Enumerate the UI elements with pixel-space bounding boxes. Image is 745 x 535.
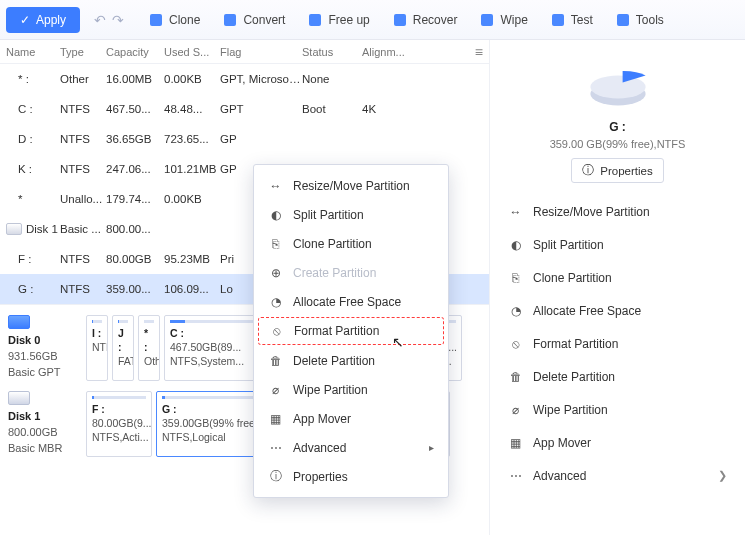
adv-icon: ⋯ xyxy=(268,440,283,455)
cell: K : xyxy=(6,163,60,175)
side-op-label: Wipe Partition xyxy=(533,403,608,417)
ctx-resize-move-partition[interactable]: ↔Resize/Move Partition xyxy=(254,171,448,200)
tools-icon xyxy=(615,12,631,28)
partition-block[interactable]: F :80.00GB(9...NTFS,Acti... xyxy=(86,391,152,457)
alloc-icon: ◔ xyxy=(268,294,283,309)
col-used[interactable]: Used S... xyxy=(164,46,220,58)
convert-icon xyxy=(222,12,238,28)
clone-icon xyxy=(148,12,164,28)
undo-icon[interactable]: ↶ xyxy=(94,12,106,28)
ctx-format-partition[interactable]: ⦸Format Partition xyxy=(258,317,444,345)
side-op-app-mover[interactable]: ▦App Mover xyxy=(500,428,735,457)
part-name: I : xyxy=(92,326,102,340)
cell: NTFS xyxy=(60,133,106,145)
tool-recover[interactable]: Recover xyxy=(390,8,460,32)
side-op-allocate-free-space[interactable]: ◔Allocate Free Space xyxy=(500,296,735,325)
side-op-label: Delete Partition xyxy=(533,370,615,384)
ctx-properties[interactable]: ⓘProperties xyxy=(254,462,448,491)
col-flag[interactable]: Flag xyxy=(220,46,302,58)
ctx-app-mover[interactable]: ▦App Mover xyxy=(254,404,448,433)
cell: F : xyxy=(6,253,60,265)
ctx-label: Delete Partition xyxy=(293,354,375,368)
ctx-label: Resize/Move Partition xyxy=(293,179,410,193)
resize-icon: ↔ xyxy=(268,178,283,193)
svg-rect-2 xyxy=(309,14,321,26)
cell: 0.00KB xyxy=(164,73,220,85)
side-op-advanced[interactable]: ⋯Advanced❯ xyxy=(500,461,735,490)
tool-tools[interactable]: Tools xyxy=(613,8,666,32)
properties-button[interactable]: ⓘ Properties xyxy=(571,158,663,183)
side-op-split-partition[interactable]: ◐Split Partition xyxy=(500,230,735,259)
cell: 80.00GB xyxy=(106,253,164,265)
disk-name: Disk 1 xyxy=(8,409,80,425)
free up-icon xyxy=(307,12,323,28)
ctx-wipe-partition[interactable]: ⌀Wipe Partition xyxy=(254,375,448,404)
cell: NTFS xyxy=(60,163,106,175)
side-op-label: Split Partition xyxy=(533,238,604,252)
side-op-clone-partition[interactable]: ⎘Clone Partition xyxy=(500,263,735,292)
part-name: F : xyxy=(92,402,146,416)
cell: GP xyxy=(220,133,302,145)
ctx-split-partition[interactable]: ◐Split Partition xyxy=(254,200,448,229)
col-name[interactable]: Name xyxy=(6,46,60,58)
tool-clone[interactable]: Clone xyxy=(146,8,202,32)
side-op-label: Advanced xyxy=(533,469,586,483)
alloc-icon: ◔ xyxy=(508,303,523,318)
tool-test[interactable]: Test xyxy=(548,8,595,32)
disk-icon xyxy=(8,315,30,329)
apply-button[interactable]: ✓ Apply xyxy=(6,7,80,33)
col-type[interactable]: Type xyxy=(60,46,106,58)
tool-convert[interactable]: Convert xyxy=(220,8,287,32)
tool-free-up[interactable]: Free up xyxy=(305,8,371,32)
cell: G : xyxy=(6,283,60,295)
ctx-label: Allocate Free Space xyxy=(293,295,401,309)
col-capacity[interactable]: Capacity xyxy=(106,46,164,58)
ctx-clone-partition[interactable]: ⎘Clone Partition xyxy=(254,229,448,258)
part-sub: Oth... xyxy=(144,354,154,368)
partition-row[interactable]: D :NTFS36.65GB723.65...GP xyxy=(0,124,489,154)
side-op-delete-partition[interactable]: 🗑Delete Partition xyxy=(500,362,735,391)
split-icon: ◐ xyxy=(508,237,523,252)
side-op-label: App Mover xyxy=(533,436,591,450)
test-icon xyxy=(550,12,566,28)
cell: 0.00KB xyxy=(164,193,220,205)
list-view-icon[interactable]: ≡ xyxy=(475,44,483,60)
delete-icon: 🗑 xyxy=(508,369,523,384)
tool-label: Free up xyxy=(328,13,369,27)
side-op-wipe-partition[interactable]: ⌀Wipe Partition xyxy=(500,395,735,424)
properties-label: Properties xyxy=(600,165,652,177)
side-op-label: Clone Partition xyxy=(533,271,612,285)
redo-icon[interactable]: ↷ xyxy=(112,12,124,28)
tool-label: Test xyxy=(571,13,593,27)
tool-wipe[interactable]: Wipe xyxy=(477,8,529,32)
ctx-advanced[interactable]: ⋯Advanced▸ xyxy=(254,433,448,462)
format-icon: ⦸ xyxy=(269,324,284,339)
usage-bar xyxy=(92,396,146,399)
side-op-resize-move-partition[interactable]: ↔Resize/Move Partition xyxy=(500,197,735,226)
cell: * : xyxy=(6,73,60,85)
cell: 101.21MB xyxy=(164,163,220,175)
partition-block[interactable]: * :Oth... xyxy=(138,315,160,381)
partition-row[interactable]: * :Other16.00MB0.00KBGPT, Microsoft ...N… xyxy=(0,64,489,94)
part-sub: 80.00GB(9... xyxy=(92,416,146,430)
cell: 247.06... xyxy=(106,163,164,175)
ctx-delete-partition[interactable]: 🗑Delete Partition xyxy=(254,346,448,375)
partition-block[interactable]: J :FAT... xyxy=(112,315,134,381)
partition-block[interactable]: I :NTF... xyxy=(86,315,108,381)
disk-icon xyxy=(6,223,22,235)
col-status[interactable]: Status xyxy=(302,46,362,58)
cell: D : xyxy=(6,133,60,145)
side-op-format-partition[interactable]: ⦸Format Partition xyxy=(500,329,735,358)
wipe-icon: ⌀ xyxy=(268,382,283,397)
part-sub: FAT... xyxy=(118,354,128,368)
partition-row[interactable]: C :NTFS467.50...48.48...GPTBoot4K xyxy=(0,94,489,124)
cell: NTFS xyxy=(60,253,106,265)
col-align[interactable]: Alignm... xyxy=(362,46,416,58)
disk-info[interactable]: Disk 0931.56GBBasic GPT xyxy=(8,315,80,381)
cell: 36.65GB xyxy=(106,133,164,145)
ctx-allocate-free-space[interactable]: ◔Allocate Free Space xyxy=(254,287,448,316)
check-icon: ✓ xyxy=(20,13,30,27)
disk-info[interactable]: Disk 1800.00GBBasic MBR xyxy=(8,391,80,457)
side-op-label: Format Partition xyxy=(533,337,618,351)
part-sub: NTF... xyxy=(92,340,102,354)
